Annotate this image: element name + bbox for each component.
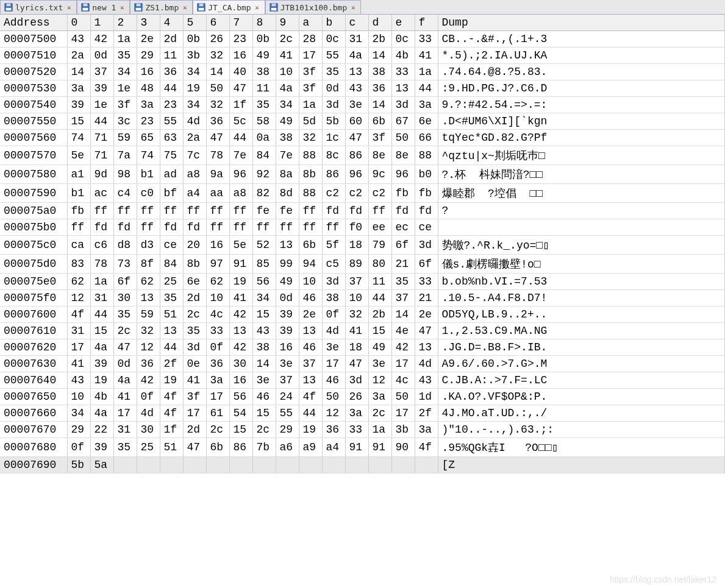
hex-cell[interactable]: 55 [276,405,299,422]
table-row[interactable]: 000075d08378738f848b9791859994c58980216f… [0,255,725,274]
hex-cell[interactable]: b0 [415,165,438,184]
hex-cell[interactable]: 88 [299,184,322,203]
hex-cell[interactable]: 1e [90,97,113,113]
hex-cell[interactable]: ac [90,184,113,203]
tab-1[interactable]: new 1✕ [77,0,130,14]
hex-cell[interactable]: 49 [276,113,299,130]
hex-cell[interactable]: 11 [252,80,276,97]
hex-cell[interactable] [229,457,252,473]
hex-cell[interactable]: 62 [67,274,90,290]
hex-cell[interactable]: a6 [276,438,299,457]
hex-cell[interactable]: 28 [299,31,322,48]
hex-cell[interactable]: 38 [276,130,299,146]
hex-cell[interactable]: 14 [368,48,391,64]
hex-cell[interactable]: 44 [415,80,438,97]
hex-cell[interactable]: c6 [90,236,113,255]
hex-cell[interactable]: 1a [415,64,438,80]
hex-cell[interactable]: 19 [183,80,206,97]
hex-cell[interactable]: aa [206,184,229,203]
hex-cell[interactable]: 9c [368,165,391,184]
hex-cell[interactable]: 3e [368,356,391,372]
hex-cell[interactable]: ff [299,203,322,219]
hex-cell[interactable]: 5a [90,457,113,473]
hex-cell[interactable]: 39 [276,306,299,323]
hex-cell[interactable]: 8c [322,146,345,165]
hex-cell[interactable]: 35 [113,48,137,64]
hex-cell[interactable]: 46 [299,339,322,356]
hex-cell[interactable]: 19 [90,372,113,389]
hex-cell[interactable]: 59 [113,130,137,146]
hex-cell[interactable]: 3d [391,97,415,113]
hex-cell[interactable]: 37 [391,290,415,306]
hex-cell[interactable]: 3a [206,372,229,389]
hex-cell[interactable]: 32 [137,323,160,339]
hex-cell[interactable] [113,457,137,473]
hex-cell[interactable] [368,457,391,473]
hex-cell[interactable]: 42 [229,339,252,356]
hex-cell[interactable]: 0f [67,438,90,457]
hex-cell[interactable]: 24 [276,389,299,405]
hex-cell[interactable]: 60 [345,113,368,130]
hex-cell[interactable]: 66 [415,130,438,146]
hex-cell[interactable]: 5c [229,113,252,130]
hex-cell[interactable]: 52 [252,236,276,255]
hex-cell[interactable]: 62 [137,274,160,290]
hex-cell[interactable]: 3a [415,422,438,438]
hex-cell[interactable]: 21 [415,290,438,306]
hex-cell[interactable]: 6b [368,113,391,130]
hex-cell[interactable]: 79 [368,236,391,255]
table-row[interactable]: 00007520143734163634144038103f351338331a… [0,64,725,80]
hex-cell[interactable]: 4d [137,405,160,422]
hex-cell[interactable]: 3f [183,389,206,405]
hex-cell[interactable]: 2d [183,422,206,438]
hex-cell[interactable]: a9 [299,438,322,457]
hex-cell[interactable]: 0c [322,31,345,48]
hex-cell[interactable]: 39 [90,356,113,372]
hex-cell[interactable]: 34 [276,97,299,113]
hex-cell[interactable]: 4d [322,323,345,339]
hex-cell[interactable]: fd [183,219,206,236]
hex-cell[interactable]: a8 [183,165,206,184]
hex-cell[interactable]: 71 [90,146,113,165]
hex-cell[interactable]: 17 [299,48,322,64]
hex-cell[interactable]: 14 [67,64,90,80]
hex-cell[interactable]: 32 [345,306,368,323]
hex-cell[interactable]: 46 [299,290,322,306]
hex-cell[interactable]: 3a [345,405,368,422]
hex-cell[interactable]: 97 [206,255,229,274]
hex-cell[interactable]: ff [368,203,391,219]
hex-cell[interactable]: 5f [322,236,345,255]
hex-cell[interactable]: 47 [229,80,252,97]
hex-cell[interactable]: 2c [276,31,299,48]
hex-cell[interactable]: 42 [90,31,113,48]
hex-cell[interactable]: 61 [206,405,229,422]
hex-cell[interactable]: 3f [299,64,322,80]
table-row[interactable]: 000075a0fbfffffffffffffffefefffdfdfffdfd… [0,203,725,219]
hex-cell[interactable]: ff [90,203,113,219]
hex-cell[interactable] [415,457,438,473]
hex-cell[interactable]: 3d [415,236,438,255]
hex-cell[interactable]: 9d [90,165,113,184]
hex-cell[interactable]: ff [137,203,160,219]
hex-cell[interactable]: 15 [252,306,276,323]
hex-cell[interactable]: 1a [90,274,113,290]
hex-cell[interactable]: 94 [299,255,322,274]
hex-cell[interactable]: 6f [113,274,137,290]
hex-cell[interactable]: ce [160,236,183,255]
hex-cell[interactable]: 33 [206,323,229,339]
hex-cell[interactable]: 15 [67,113,90,130]
tab-2[interactable]: ZS1.bmp✕ [130,0,193,14]
hex-cell[interactable]: 44 [90,113,113,130]
hex-cell[interactable]: 23 [229,31,252,48]
hex-cell[interactable]: 20 [183,236,206,255]
hex-cell[interactable]: 0c [391,31,415,48]
hex-cell[interactable]: 51 [160,306,183,323]
hex-cell[interactable]: 35 [391,274,415,290]
hex-cell[interactable]: 19 [229,274,252,290]
hex-cell[interactable]: fd [113,219,137,236]
hex-cell[interactable]: 4f [67,306,90,323]
hex-cell[interactable]: 35 [322,64,345,80]
hex-cell[interactable]: 2c [183,306,206,323]
hex-cell[interactable]: 98 [113,165,137,184]
hex-cell[interactable]: c2 [322,184,345,203]
